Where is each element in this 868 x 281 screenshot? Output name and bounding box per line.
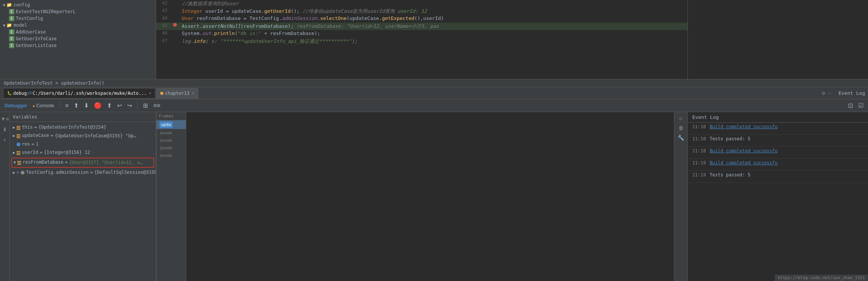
var-type-icon: [17, 151, 20, 155]
step-out-red-icon[interactable]: 🔴: [93, 101, 103, 110]
checkbox-icon[interactable]: ☑: [679, 115, 682, 121]
format-icon[interactable]: ≡: [64, 102, 70, 110]
expand-arrow: ▼: [14, 159, 16, 164]
event-log-label: Event Log: [692, 114, 719, 120]
tree-item-config[interactable]: ▼ 📁 config: [0, 2, 156, 8]
var-item-updatecase[interactable]: ▶ updateCase = {UpdateUserInfoCase@3155}…: [10, 132, 156, 140]
tab-close-chapter13[interactable]: ✕: [192, 91, 194, 96]
event-time-5: 11:19: [692, 172, 706, 178]
event-link-4[interactable]: Build completed successfu: [710, 160, 778, 166]
settings-icon[interactable]: ⚙: [822, 90, 825, 96]
tab-debug-label: debug:: [13, 91, 29, 96]
var-value-resfromdatabase: {User@3157} "User(id=12, userName=小兰5, p…: [69, 159, 144, 166]
tree-label: TestConfig: [16, 16, 43, 21]
var-name-this: this: [22, 125, 33, 130]
event-item-4: 11:19 Build completed successfu: [688, 159, 868, 171]
var-item-resfromdatabase[interactable]: ▼ resFromDatabase = {User@3157} "User(id…: [12, 158, 154, 167]
variables-panel: Variables ▶ this = {UpdateUserInfoTest@3…: [10, 112, 156, 281]
frame-item-invok-2[interactable]: invok: [157, 137, 186, 144]
tree-item-testconfig[interactable]: C TestConfig: [0, 15, 156, 22]
frame-item-invok-1[interactable]: invok: [157, 129, 186, 137]
file-tree: ▼ 📁 config C ExtentTestNGIReporterL C Te…: [0, 0, 156, 79]
step-btn-3[interactable]: +: [2, 136, 7, 144]
var-item-userid[interactable]: ▶ userId = {Integer@3156} 12: [10, 149, 156, 157]
tab-close-debug[interactable]: ✕: [149, 91, 152, 96]
var-name-updatecase: updateCase: [22, 133, 49, 138]
trash-icon[interactable]: 🗑: [678, 125, 684, 131]
debug-main: ▼≡ ⬇ + Variables ▶ this: [0, 112, 868, 281]
code-line-46: 46 System.out.println("db is:" + resFrom…: [156, 30, 687, 38]
breadcrumb-text: UpdateUserInfoTest > updateUserInfo(): [4, 81, 104, 86]
frame-label-upda: upda: [160, 122, 173, 128]
tab-bar: 🐛 debug: N C:/Users/darli/.ssh/workspace…: [0, 87, 868, 99]
step-into-icon[interactable]: ⬇: [82, 101, 90, 110]
code-line-47: 47 log.info( s: "*******updateUserInfo_a…: [156, 38, 687, 45]
checkpoint-icon[interactable]: ☑: [857, 101, 865, 110]
minimize-icon[interactable]: —: [828, 90, 831, 96]
tree-item-extent[interactable]: C ExtentTestNGIReporterL: [0, 8, 156, 15]
tree-item-getuserinfocase[interactable]: C GetUserInfoCase: [0, 35, 156, 42]
tree-arrow: ▼: [3, 23, 5, 27]
resume-icon[interactable]: ⬆: [105, 101, 113, 110]
frame-item-invok-3[interactable]: invok: [157, 144, 186, 152]
var-type-icon-infinity: ∞: [17, 170, 19, 175]
event-link-1[interactable]: Build completed successfu: [710, 124, 778, 129]
event-item-2: 11:10 Tests passed: 5: [688, 135, 868, 147]
step-backward-icon[interactable]: ↩: [116, 101, 123, 110]
tab-chapter13[interactable]: chapter13 ✕: [156, 88, 198, 99]
event-time-1: 11:10: [692, 124, 706, 129]
folder-icon: 📁: [6, 2, 12, 8]
tab-debug-path: C:/Users/darli/.ssh/workspace/muke/Auto.…: [32, 91, 146, 96]
event-log-title: Event Log: [688, 112, 868, 123]
event-log-header: Event Log: [839, 90, 865, 96]
run-to-cursor-icon[interactable]: ↪: [126, 101, 134, 110]
tree-label: config: [14, 2, 30, 8]
event-log-panel: Event Log 11:10 Build completed successf…: [687, 112, 868, 281]
right-panel-top: [687, 0, 868, 79]
debugger-tab[interactable]: Debugger: [3, 102, 29, 109]
var-item-adminsession[interactable]: ▶ ∞ TestConfig.adminSession = {DefaultSq…: [10, 169, 156, 177]
center-content: [186, 112, 674, 281]
frame-label-invok-4: invok: [160, 153, 172, 158]
event-text-2: Tests passed: 5: [710, 136, 750, 141]
variables-list: ▶ this = {UpdateUserInfoTest@3154} ▶: [10, 122, 156, 281]
step-btn-2[interactable]: ⬇: [2, 126, 8, 133]
chapter-icon: [160, 92, 163, 95]
var-name-resfromdatabase: resFromDatabase: [23, 159, 63, 165]
var-eq: =: [40, 150, 42, 155]
event-link-3[interactable]: Build completed successfu: [710, 148, 778, 153]
variables-title: Variables: [13, 114, 37, 120]
tree-label: GetUserListCase: [16, 43, 56, 48]
frame-item-invok-4[interactable]: invok: [157, 152, 186, 159]
tree-item-getuserlistcase[interactable]: C GetUserListCase: [0, 42, 156, 49]
tree-label: AddUserCase: [16, 29, 46, 35]
console-tab[interactable]: ● Console: [31, 102, 56, 109]
var-item-this[interactable]: ▶ this = {UpdateUserInfoTest@3154}: [10, 123, 156, 132]
class-icon: C: [9, 43, 14, 48]
frame-item-upda[interactable]: upda: [157, 120, 186, 129]
tree-item-addusercase[interactable]: C AddUserCase: [0, 29, 156, 35]
var-value-res: 1: [36, 141, 153, 147]
event-time-2: 11:10: [692, 136, 706, 141]
tab-bar-right: ⚙ —: [822, 90, 831, 96]
restore-icon[interactable]: ⊞: [141, 101, 149, 110]
tree-label: GetUserInfoCase: [16, 36, 56, 41]
tree-item-model[interactable]: ▼ 📁 model: [0, 22, 156, 29]
var-item-res[interactable]: ▶ res = 1: [10, 140, 156, 149]
step-over-icon[interactable]: ⬆: [72, 101, 80, 110]
expand-arrow: ▶: [13, 150, 15, 155]
step-btn-1[interactable]: ▼≡: [0, 115, 10, 123]
tab-debug[interactable]: 🐛 debug: N C:/Users/darli/.ssh/workspace…: [3, 88, 155, 99]
maximize-icon[interactable]: ⊡: [847, 101, 854, 110]
frame-label-invok-2: invok: [160, 138, 172, 143]
var-type-icon: [17, 161, 21, 165]
debug-icon: 🐛: [7, 91, 12, 95]
var-value-this: {UpdateUserInfoTest@3154}: [38, 125, 153, 130]
list-view-icon[interactable]: ≡≡: [152, 102, 162, 110]
code-line-44: 44 User resFromDatabase = TestConfig.adm…: [156, 15, 687, 23]
frame-label-invok-1: invok: [160, 131, 172, 135]
wrench-icon[interactable]: 🔧: [678, 135, 684, 141]
class-icon: C: [9, 29, 14, 35]
event-item-3: 11:18 Build completed successfu: [688, 147, 868, 159]
class-icon: C: [9, 9, 14, 14]
